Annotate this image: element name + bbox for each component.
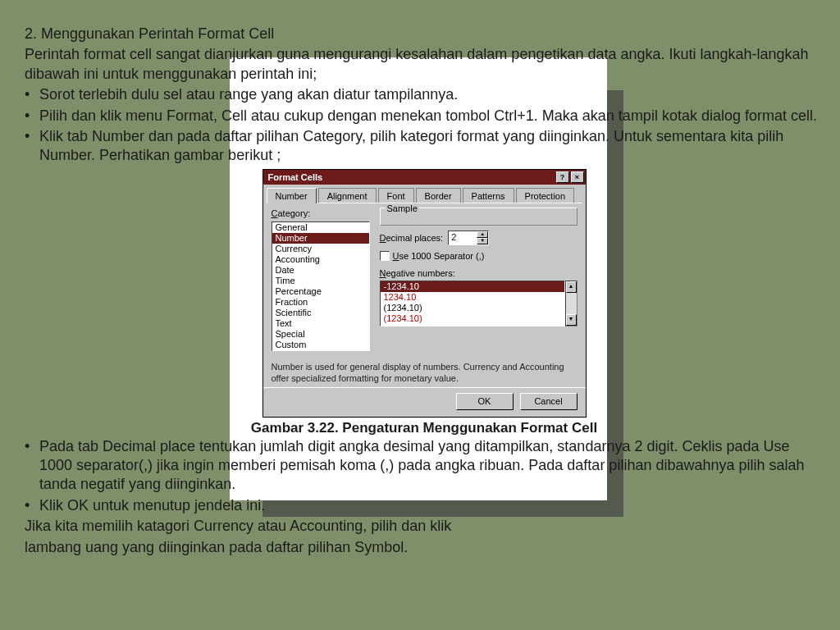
decimal-places-label: Decimal places: [380,232,444,244]
category-item[interactable]: Currency [272,244,369,254]
close-icon[interactable]: × [571,171,584,183]
checkbox-box [380,251,390,261]
outro-line-2: lambang uang yang diinginkan pada daftar… [25,538,824,557]
category-listbox[interactable]: GeneralNumberCurrencyAccountingDateTimeP… [272,221,370,351]
list-item: Pada tab Decimal place tentukan jumlah d… [25,437,824,495]
dialog-tabs: Number Alignment Font Border Patterns Pr… [263,185,586,203]
tab-number[interactable]: Number [267,188,317,203]
decimal-places-input[interactable]: 2 ▲ ▼ [448,231,489,245]
category-item[interactable]: Time [272,276,369,286]
tab-font[interactable]: Font [378,188,414,203]
tab-patterns[interactable]: Patterns [463,188,514,203]
category-item[interactable]: Scientific [272,308,369,318]
category-label: Category: [272,208,370,219]
list-item: Klik OK untuk menutup jendela ini. [25,496,824,515]
scroll-down-icon[interactable]: ▼ [566,314,577,326]
list-item: Sorot terlebih dulu sel atau range yang … [25,85,824,104]
negative-number-item[interactable]: -1234.10 [381,281,564,292]
document-content: 2. Menggunakan Perintah Format Cell Peri… [25,25,824,559]
use-1000-separator-checkbox[interactable]: Use 1000 Separator (,) [380,250,578,262]
category-item[interactable]: Number [272,233,369,244]
cancel-button[interactable]: Cancel [520,393,578,409]
scrollbar[interactable]: ▲ ▼ [565,281,578,326]
negative-numbers-listbox[interactable]: -1234.101234.10(1234.10)(1234.10) [380,281,565,326]
category-item[interactable]: General [272,222,369,233]
tab-protection[interactable]: Protection [516,188,575,203]
separator-label: Use 1000 Separator (,) [393,250,485,262]
category-item[interactable]: Date [272,265,369,276]
decimal-places-value: 2 [449,231,477,244]
dialog-title: Format Cells [268,171,323,183]
dialog-hint: Number is used for general display of nu… [263,356,586,388]
negative-number-item[interactable]: (1234.10) [381,313,564,324]
scroll-up-icon[interactable]: ▲ [566,281,577,293]
steps-list-b: Pada tab Decimal place tentukan jumlah d… [25,437,824,516]
outro-line-1: Jika kita memilih katagori Currency atau… [25,517,824,536]
category-item[interactable]: Text [272,318,369,329]
category-item[interactable]: Accounting [272,254,369,265]
steps-list-a: Sorot terlebih dulu sel atau range yang … [25,85,824,166]
category-item[interactable]: Special [272,329,369,340]
list-item: Pilih dan klik menu Format, Cell atau cu… [25,107,824,126]
negative-number-item[interactable]: 1234.10 [381,292,564,303]
sample-group: Sample [380,208,578,226]
negative-number-item[interactable]: (1234.10) [381,303,564,313]
ok-button[interactable]: OK [456,393,514,409]
figure-caption: Gambar 3.22. Pengaturan Menggunakan Form… [25,419,824,437]
help-icon[interactable]: ? [556,171,569,183]
category-item[interactable]: Percentage [272,286,369,297]
category-item[interactable]: Fraction [272,297,369,308]
tab-border[interactable]: Border [416,188,461,203]
category-item[interactable]: Custom [272,340,369,350]
section-heading: 2. Menggunakan Perintah Format Cell [25,25,824,43]
spinner-down-icon[interactable]: ▼ [477,238,488,244]
list-item: Klik tab Number dan pada daftar pilihan … [25,127,824,166]
dialog-titlebar[interactable]: Format Cells ? × [263,170,586,185]
format-cells-dialog: Format Cells ? × Number Alignment Font B… [262,169,587,418]
intro-paragraph: Perintah format cell sangat dianjurkan g… [25,45,824,84]
tab-alignment[interactable]: Alignment [318,188,377,203]
sample-label: Sample [386,203,419,213]
negative-numbers-label: Negative numbers: [380,267,578,279]
spinner-up-icon[interactable]: ▲ [477,231,488,238]
